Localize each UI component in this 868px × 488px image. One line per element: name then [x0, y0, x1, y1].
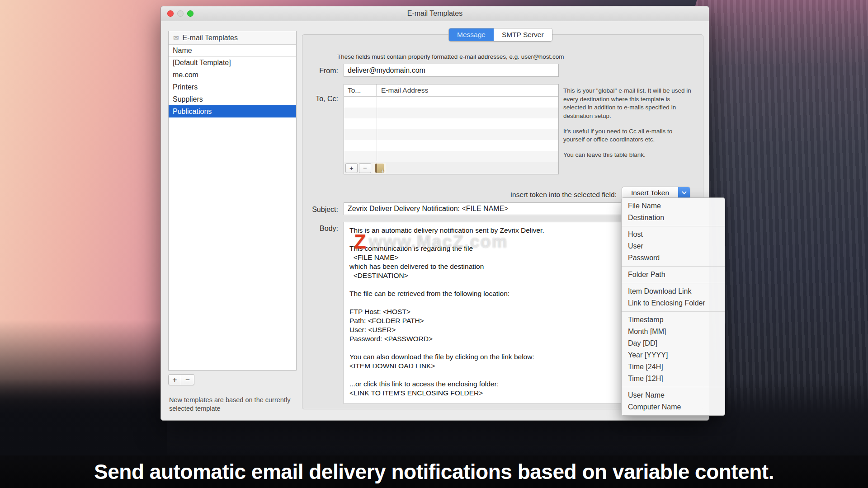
address-book-button[interactable]: +	[373, 163, 386, 174]
token-menu-item[interactable]: Password	[622, 252, 725, 264]
tab-bar: Message SMTP Server	[448, 28, 552, 42]
tocc-column-to[interactable]: To...	[344, 84, 377, 96]
tocc-table: To... E-mail Address + − +	[344, 84, 559, 174]
tocc-label: To, Cc:	[269, 95, 338, 103]
wallpaper-trees-left	[0, 320, 167, 455]
body-field[interactable]: This is an automatic delivery notificati…	[344, 222, 621, 404]
from-field[interactable]: deliver@mydomain.com	[344, 64, 559, 77]
help-paragraph: This is your "global" e-mail list. It wi…	[563, 87, 692, 121]
subject-label: Subject:	[269, 206, 338, 214]
insert-token-menu: File NameDestinationHostUserPasswordFold…	[621, 197, 725, 416]
template-footnote: New templates are based on the currently…	[169, 396, 292, 413]
token-menu-group: User NameComputer Name	[622, 387, 725, 415]
token-menu-item[interactable]: Day [DD]	[622, 338, 725, 349]
name-column-header[interactable]: Name	[169, 45, 296, 56]
tocc-toolbar: + − +	[344, 161, 558, 174]
body-label: Body:	[269, 225, 338, 233]
tab-message[interactable]: Message	[449, 28, 494, 41]
token-menu-group: Item Download LinkLink to Enclosing Fold…	[622, 283, 725, 311]
template-list-item[interactable]: Publications	[169, 105, 296, 117]
token-menu-item[interactable]: Host	[622, 229, 725, 240]
tocc-add-button[interactable]: +	[345, 163, 358, 173]
insert-token-label: Insert token into the selected field:	[432, 191, 617, 199]
token-menu-group: Folder Path	[622, 266, 725, 283]
help-paragraph: You can leave this table blank.	[563, 151, 692, 160]
tocc-column-email[interactable]: E-mail Address	[377, 84, 558, 96]
tab-smtp-server[interactable]: SMTP Server	[494, 28, 552, 41]
tocc-remove-button[interactable]: −	[359, 163, 371, 173]
token-menu-item[interactable]: Month [MM]	[622, 326, 725, 338]
from-value: deliver@mydomain.com	[348, 66, 425, 75]
token-menu-group: TimestampMonth [MM]Day [DD]Year [YYYY]Ti…	[622, 311, 725, 387]
template-list-item[interactable]: Printers	[169, 81, 296, 93]
token-menu-item[interactable]: Item Download Link	[622, 286, 725, 297]
screen: E-mail Templates ✉ E-mail Templates Name…	[0, 0, 868, 488]
add-template-button[interactable]: +	[168, 374, 181, 385]
template-list-box: ✉ E-mail Templates Name [Default Templat…	[168, 31, 297, 371]
token-menu-item[interactable]: Destination	[622, 212, 725, 224]
token-menu-item[interactable]: Year [YYYY]	[622, 349, 725, 361]
template-list-buttons: + −	[168, 374, 194, 385]
caption-text: Send automatic email delivery notificati…	[94, 460, 774, 484]
caption-banner: Send automatic email delivery notificati…	[0, 455, 868, 488]
envelope-icon: ✉	[173, 34, 179, 42]
token-menu-group: HostUserPassword	[622, 226, 725, 266]
token-menu-item[interactable]: Time [12H]	[622, 373, 725, 385]
token-menu-item[interactable]: Time [24H]	[622, 361, 725, 373]
help-paragraph: It's useful if you need to Cc all e-mail…	[563, 127, 692, 144]
email-format-note: These fields must contain properly forma…	[337, 53, 564, 60]
window-title: E-mail Templates	[161, 9, 709, 18]
window-titlebar[interactable]: E-mail Templates	[161, 6, 709, 21]
token-menu-item[interactable]: User Name	[622, 389, 725, 401]
token-menu-item[interactable]: Timestamp	[622, 314, 725, 326]
template-list: [Default Template]me.comPrintersSupplier…	[169, 56, 296, 117]
subject-field[interactable]: Zevrix Deliver Delivery Notification: <F…	[344, 202, 621, 215]
template-list-title: E-mail Templates	[183, 34, 238, 42]
subject-value: Zevrix Deliver Delivery Notification: <F…	[348, 205, 509, 213]
from-label: From:	[269, 67, 338, 75]
template-list-header: ✉ E-mail Templates	[169, 31, 296, 45]
body-text: This is an automatic delivery notificati…	[349, 226, 615, 398]
address-book-add-icon: +	[375, 164, 384, 173]
insert-token-value: Insert Token	[622, 189, 678, 197]
remove-template-button[interactable]: −	[181, 374, 194, 385]
token-menu-item[interactable]: User	[622, 240, 725, 252]
tocc-rows	[344, 97, 558, 161]
token-menu-group: File NameDestination	[622, 198, 725, 226]
tocc-table-header: To... E-mail Address	[344, 84, 558, 97]
tocc-column-divider	[377, 97, 377, 161]
token-menu-item[interactable]: File Name	[622, 200, 725, 212]
token-menu-item[interactable]: Link to Enclosing Folder	[622, 297, 725, 309]
global-list-help: This is your "global" e-mail list. It wi…	[563, 87, 692, 166]
token-menu-item[interactable]: Computer Name	[622, 401, 725, 413]
token-menu-item[interactable]: Folder Path	[622, 269, 725, 281]
